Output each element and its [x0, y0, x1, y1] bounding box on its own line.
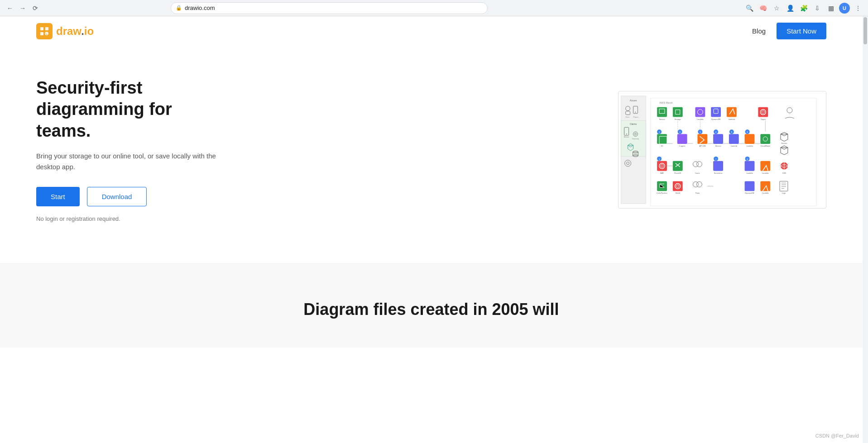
svg-text:Lambda: Lambda	[762, 192, 769, 194]
svg-text:Route53: Route53	[674, 172, 681, 174]
svg-rect-2	[40, 32, 43, 35]
blog-link[interactable]: Blog	[752, 27, 766, 35]
hero-section: Security-first diagramming for teams. Br…	[0, 46, 863, 263]
lower-section: Diagram files created in 2005 will	[0, 263, 863, 348]
svg-text:5: 5	[731, 131, 732, 133]
svg-rect-1	[45, 27, 48, 30]
svg-rect-112	[745, 181, 755, 191]
start-now-button[interactable]: Start Now	[777, 23, 826, 39]
svg-point-15	[626, 133, 627, 134]
logo-svg	[39, 26, 50, 37]
svg-text:8: 8	[747, 158, 748, 161]
svg-rect-105	[673, 181, 683, 191]
forward-button[interactable]: →	[17, 3, 28, 14]
svg-rect-34	[695, 107, 705, 117]
svg-text:7: 7	[715, 158, 717, 161]
svg-rect-69	[745, 134, 755, 144]
svg-text:Azure: Azure	[630, 99, 637, 102]
browser-controls: ← → ⟳	[5, 3, 41, 14]
svg-rect-42	[758, 107, 768, 117]
svg-text:4: 4	[715, 131, 717, 133]
extensions-puzzle-icon[interactable]: 🧩	[798, 3, 809, 14]
svg-rect-71	[760, 134, 770, 144]
svg-text:Lambda: Lambda	[729, 118, 735, 120]
more-options-icon[interactable]: ⋮	[853, 3, 863, 14]
svg-text:6: 6	[747, 131, 748, 133]
svg-text:Gateway: Gateway	[632, 138, 639, 140]
reload-button[interactable]: ⟳	[30, 3, 41, 14]
download-icon[interactable]: ⇩	[812, 3, 823, 14]
svg-text:CDN: CDN	[782, 172, 786, 174]
svg-text:Target: Target	[761, 118, 766, 120]
page: draw.io Blog Start Now Security-first di…	[0, 16, 863, 348]
bookmark-icon[interactable]: ☆	[771, 3, 782, 14]
svg-rect-49	[657, 134, 667, 144]
svg-text:Logs: Logs	[782, 192, 786, 194]
download-button[interactable]: Download	[87, 187, 147, 206]
hero-buttons: Start Download	[36, 187, 226, 206]
lower-title: Diagram files created in 2005 will	[36, 299, 826, 320]
svg-text:Team: Team	[695, 192, 700, 194]
svg-text:Claims: Claims	[630, 123, 637, 125]
hero-content: Security-first diagramming for teams. Br…	[36, 77, 226, 223]
svg-rect-92	[713, 161, 723, 171]
start-button[interactable]: Start	[36, 187, 80, 206]
hero-diagram: Azure Func Pages Claims Mo	[618, 91, 826, 209]
svg-text:Service: Service	[659, 118, 665, 120]
url-text: drawio.com	[185, 5, 215, 11]
svg-rect-0	[40, 27, 43, 30]
nav-right: Blog Start Now	[752, 23, 826, 39]
browser-chrome: ← → ⟳ 🔒 drawio.com 🔍 🧠 ☆ 👤 🧩 ⇩ ▩ U ⋮	[0, 0, 868, 16]
svg-text:Lambda: Lambda	[762, 172, 769, 174]
svg-text:AWS Block: AWS Block	[659, 101, 673, 104]
svg-rect-61	[713, 134, 723, 144]
diagram-preview-svg: Azure Func Pages Claims Mo	[619, 91, 826, 208]
svg-text:API GW: API GW	[699, 145, 706, 147]
extension-icon[interactable]: 🧠	[758, 3, 768, 14]
logo-link[interactable]: draw.io	[36, 23, 94, 39]
svg-text:Cognito: Cognito	[679, 145, 686, 147]
svg-rect-96	[745, 161, 755, 171]
svg-text:CloudWatch: CloudWatch	[761, 145, 770, 147]
diagram-canvas: Azure Func Pages Claims Mo	[618, 91, 826, 209]
svg-rect-85	[673, 161, 683, 171]
svg-rect-32	[673, 107, 683, 117]
svg-text:Shield: Shield	[675, 192, 680, 194]
address-bar[interactable]: 🔒 drawio.com	[171, 2, 488, 14]
user-avatar[interactable]: U	[839, 3, 850, 14]
svg-text:1: 1	[659, 131, 660, 133]
svg-text:2: 2	[679, 131, 681, 133]
svg-text:Lambda: Lambda	[746, 172, 753, 174]
back-button[interactable]: ←	[5, 3, 15, 14]
svg-rect-57	[697, 134, 707, 144]
svg-rect-114	[760, 181, 770, 191]
svg-rect-81	[657, 161, 667, 171]
svg-text:Lambda: Lambda	[746, 145, 753, 147]
hero-note: No login or registration required.	[36, 215, 226, 222]
svg-text:Service: Service	[715, 145, 721, 147]
svg-text:Users: Users	[695, 172, 700, 174]
svg-text:Mobile: Mobile	[624, 136, 629, 138]
scrollbar-thumb[interactable]	[863, 17, 867, 44]
scrollbar-track[interactable]	[863, 16, 868, 348]
cast-icon[interactable]: ▩	[825, 3, 836, 14]
hero-title: Security-first diagramming for teams.	[36, 77, 226, 142]
svg-text:Lambda: Lambda	[731, 145, 738, 147]
svg-point-9	[635, 112, 636, 113]
account-circle-icon[interactable]: 👤	[785, 3, 796, 14]
svg-text:Pages: Pages	[633, 116, 638, 118]
svg-text:1: 1	[659, 158, 660, 161]
svg-text:Storage: Storage	[675, 118, 681, 120]
screen-search-icon[interactable]: 🔍	[744, 3, 755, 14]
svg-text:Func: Func	[626, 116, 630, 118]
svg-rect-37	[711, 107, 721, 117]
svg-text:Service: Service	[781, 142, 787, 144]
svg-text:S3: S3	[661, 145, 664, 147]
svg-text:WAF: WAF	[660, 172, 664, 174]
svg-text:Serverless: Serverless	[714, 172, 723, 174]
navbar: draw.io Blog Start Now	[0, 16, 863, 46]
svg-rect-98	[760, 161, 770, 171]
svg-rect-65	[729, 134, 739, 144]
svg-text:DynamoDB: DynamoDB	[711, 118, 721, 120]
svg-text:DynamoDB: DynamoDB	[745, 192, 754, 194]
